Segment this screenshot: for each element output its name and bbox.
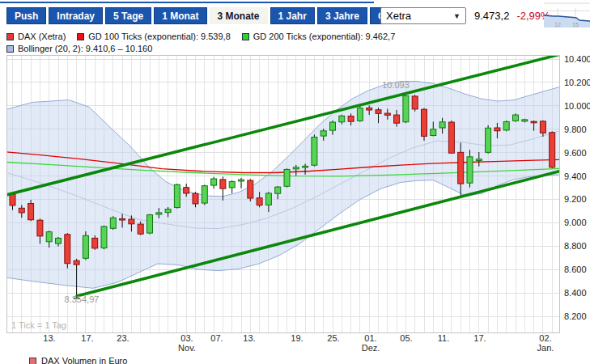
svg-text:07.: 07. <box>210 333 223 343</box>
svg-text:Dez.: Dez. <box>362 343 380 353</box>
svg-text:9.600: 9.600 <box>564 148 587 158</box>
svg-text:03.: 03. <box>180 333 193 343</box>
price-chart: 10.40010.20010.0009.8009.6009.4009.2009.… <box>0 0 590 364</box>
chart-app: { "toolbar": { "buttons": [ {"label": "P… <box>0 0 590 364</box>
svg-text:17.: 17. <box>81 333 93 343</box>
svg-text:Nov.: Nov. <box>178 343 196 353</box>
svg-text:8.800: 8.800 <box>564 241 587 251</box>
svg-text:17.: 17. <box>473 333 486 343</box>
svg-text:05.: 05. <box>400 333 412 343</box>
svg-text:9.400: 9.400 <box>564 171 587 181</box>
svg-text:9.200: 9.200 <box>564 194 587 204</box>
bollinger-band <box>6 81 559 288</box>
svg-text:13.: 13. <box>243 333 255 343</box>
svg-text:02.: 02. <box>539 333 551 343</box>
volume-legend: DAX Volumen in Euro <box>29 356 127 364</box>
svg-text:19.: 19. <box>291 333 303 343</box>
svg-text:10.200: 10.200 <box>564 78 590 87</box>
svg-text:23.: 23. <box>117 333 129 343</box>
svg-text:8.400: 8.400 <box>564 288 587 298</box>
svg-text:11.: 11. <box>438 333 449 343</box>
volume-legend-swatch <box>29 358 36 364</box>
svg-text:9.000: 9.000 <box>564 218 587 227</box>
svg-text:8.600: 8.600 <box>564 265 587 274</box>
svg-text:10.000: 10.000 <box>564 101 590 111</box>
svg-text:10.093: 10.093 <box>382 80 410 90</box>
svg-text:13.: 13. <box>43 333 55 343</box>
svg-text:Jan.: Jan. <box>537 343 554 353</box>
volume-legend-label: DAX Volumen in Euro <box>41 356 127 364</box>
svg-text:10.400: 10.400 <box>564 54 590 64</box>
svg-text:8.200: 8.200 <box>564 311 587 321</box>
svg-text:01.: 01. <box>364 333 376 343</box>
tick-note: 1 Tick = 1 Tag <box>11 320 66 330</box>
svg-text:25.: 25. <box>327 333 339 343</box>
svg-text:8.354,97: 8.354,97 <box>65 294 100 304</box>
svg-text:9.800: 9.800 <box>564 125 587 134</box>
